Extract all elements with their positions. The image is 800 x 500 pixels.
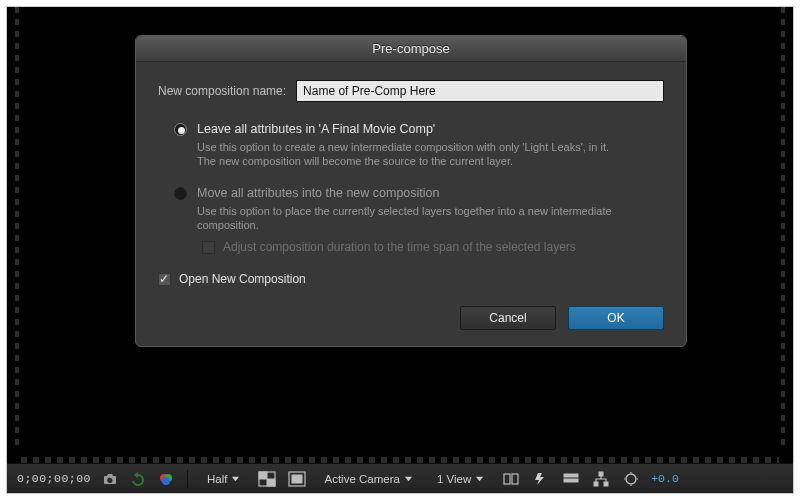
- cancel-button[interactable]: Cancel: [460, 306, 556, 330]
- open-new-label: Open New Composition: [179, 272, 306, 286]
- option-leave-desc: Use this option to create a new intermed…: [197, 140, 627, 168]
- svg-point-15: [626, 474, 636, 484]
- composition-name-input[interactable]: [296, 80, 664, 102]
- open-new-checkbox[interactable]: [158, 273, 171, 286]
- chevron-down-icon: [475, 473, 484, 485]
- chevron-down-icon: [404, 473, 413, 485]
- svg-rect-5: [267, 479, 275, 486]
- show-snapshot-icon[interactable]: [129, 470, 147, 488]
- adjust-duration-row: Adjust composition duration to the time …: [202, 240, 664, 254]
- flowchart-icon[interactable]: [591, 470, 611, 488]
- precompose-dialog: Pre-compose New composition name: Leave …: [135, 35, 687, 347]
- option-move-head[interactable]: Move all attributes into the new composi…: [174, 186, 664, 200]
- timecode-readout[interactable]: 0;00;00;00: [17, 472, 91, 485]
- svg-rect-13: [594, 482, 598, 486]
- cancel-button-label: Cancel: [489, 311, 526, 325]
- svg-rect-4: [259, 472, 267, 479]
- views-label: 1 View: [437, 473, 471, 485]
- transparency-grid-icon[interactable]: [257, 470, 277, 488]
- option-leave-head[interactable]: Leave all attributes in 'A Final Movie C…: [174, 122, 664, 136]
- separator: [187, 470, 188, 488]
- mask-visibility-icon[interactable]: [287, 470, 307, 488]
- reset-exposure-icon[interactable]: [621, 470, 641, 488]
- app-frame: Pre-compose New composition name: Leave …: [0, 0, 800, 500]
- radio-move[interactable]: [174, 187, 187, 200]
- adjust-duration-checkbox: [202, 241, 215, 254]
- channels-icon[interactable]: [157, 470, 175, 488]
- dialog-body: New composition name: Leave all attribut…: [136, 62, 686, 346]
- option-leave-label: Leave all attributes in 'A Final Movie C…: [197, 122, 435, 136]
- viewer-panel: Pre-compose New composition name: Leave …: [6, 6, 794, 494]
- svg-rect-9: [512, 474, 518, 484]
- ruler-right: [781, 7, 785, 445]
- svg-rect-14: [604, 482, 608, 486]
- views-dropdown[interactable]: 1 View: [430, 469, 491, 489]
- svg-rect-8: [504, 474, 510, 484]
- resolution-dropdown[interactable]: Half: [200, 469, 247, 489]
- ok-button-label: OK: [607, 311, 624, 325]
- option-move-attributes[interactable]: Move all attributes into the new composi…: [174, 186, 664, 254]
- svg-rect-10: [564, 474, 578, 477]
- resolution-label: Half: [207, 473, 227, 485]
- timeline-button-icon[interactable]: [561, 470, 581, 488]
- dialog-titlebar: Pre-compose: [136, 36, 686, 62]
- svg-rect-7: [292, 475, 302, 483]
- option-leave-attributes[interactable]: Leave all attributes in 'A Final Movie C…: [174, 122, 664, 168]
- viewer-status-bar: 0;00;00;00 Half: [7, 463, 793, 493]
- ok-button[interactable]: OK: [568, 306, 664, 330]
- camera-label: Active Camera: [324, 473, 399, 485]
- svg-rect-11: [564, 479, 578, 482]
- name-label: New composition name:: [158, 84, 286, 98]
- camera-dropdown[interactable]: Active Camera: [317, 469, 419, 489]
- fast-previews-icon[interactable]: [531, 470, 551, 488]
- radio-leave[interactable]: [174, 123, 187, 136]
- dialog-title: Pre-compose: [372, 41, 449, 56]
- name-row: New composition name:: [158, 80, 664, 102]
- chevron-down-icon: [231, 473, 240, 485]
- option-move-desc: Use this option to place the currently s…: [197, 204, 627, 232]
- open-new-composition-row[interactable]: Open New Composition: [158, 272, 664, 286]
- svg-rect-12: [599, 472, 603, 476]
- svg-point-2: [162, 477, 170, 485]
- take-snapshot-icon[interactable]: [101, 470, 119, 488]
- pixel-aspect-icon[interactable]: [501, 470, 521, 488]
- option-move-label: Move all attributes into the new composi…: [197, 186, 440, 200]
- dialog-button-row: Cancel OK: [158, 300, 664, 330]
- ruler-left: [15, 7, 19, 445]
- exposure-readout[interactable]: +0.0: [651, 472, 679, 485]
- adjust-duration-label: Adjust composition duration to the time …: [223, 240, 576, 254]
